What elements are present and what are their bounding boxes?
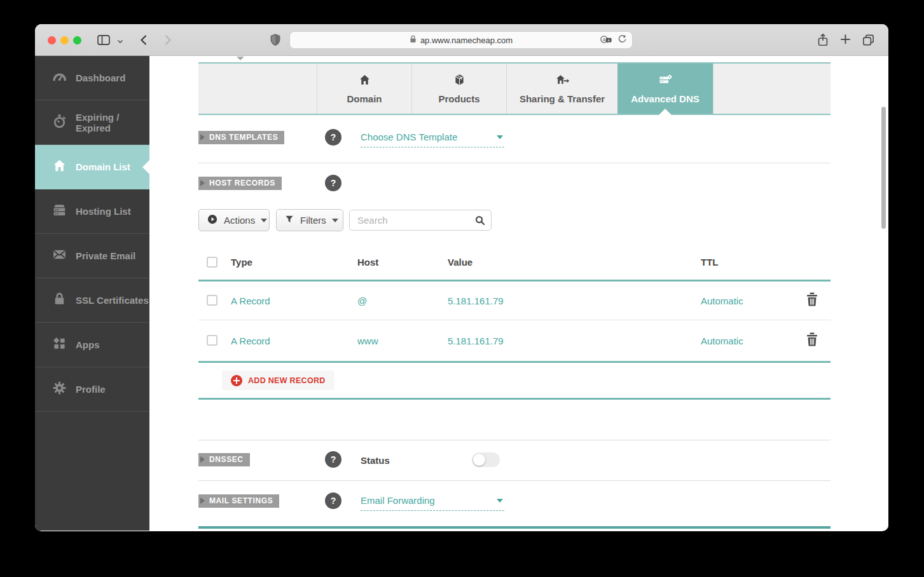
padlock-icon	[52, 291, 67, 309]
filters-button[interactable]: Filters	[276, 209, 343, 231]
select-all-checkbox[interactable]	[207, 257, 217, 268]
record-value[interactable]: 5.181.161.79	[448, 295, 504, 306]
tab-advanced-dns[interactable]: Advanced DNS	[617, 64, 713, 114]
host-records-help-button[interactable]: ?	[325, 175, 341, 191]
sidebar-item-label: Profile	[76, 384, 106, 395]
sidebar-toggle-icon[interactable]	[96, 32, 111, 50]
section-divider	[198, 440, 831, 440]
gear-icon	[52, 380, 67, 398]
table-row: A Record @ 5.181.161.79 Automatic	[198, 282, 831, 320]
mail-settings-badge: MAIL SETTINGS	[198, 494, 279, 508]
filters-label: Filters	[300, 215, 326, 226]
dnssec-toggle[interactable]	[472, 452, 500, 467]
page-content: Domain Products Sharing & Transfer Advan…	[149, 56, 888, 531]
sidebar-item-domain-list[interactable]: Domain List	[35, 145, 149, 189]
minimize-window-button[interactable]	[60, 36, 69, 44]
caret-down-icon	[497, 499, 503, 503]
reload-icon[interactable]	[617, 34, 627, 46]
zoom-window-button[interactable]	[73, 36, 81, 44]
sidebar-item-label: Private Email	[76, 250, 135, 261]
row-checkbox[interactable]	[207, 295, 217, 306]
sidebar-item-dashboard[interactable]: Dashboard	[35, 56, 149, 100]
tab-sharing-transfer[interactable]: Sharing & Transfer	[506, 64, 617, 114]
column-header-host: Host	[357, 257, 378, 268]
record-host[interactable]: @	[357, 295, 367, 306]
address-bar[interactable]: ap.www.namecheap.com Aa	[289, 31, 633, 49]
column-header-ttl: TTL	[701, 257, 719, 268]
tab-domain[interactable]: Domain	[317, 64, 411, 114]
translate-icon[interactable]: Aa	[600, 35, 612, 46]
toggle-knob	[473, 454, 485, 466]
page-bottom-line	[198, 526, 831, 529]
sidebar-item-label: Hosting List	[76, 206, 131, 217]
host-records-bottom-line	[198, 398, 831, 400]
svg-text:A: A	[602, 36, 605, 42]
package-icon	[453, 73, 466, 89]
actions-button[interactable]: Actions	[198, 209, 270, 231]
back-icon[interactable]	[137, 32, 152, 50]
sidebar-item-hosting-list[interactable]: Hosting List	[35, 189, 149, 234]
record-ttl[interactable]: Automatic	[701, 336, 743, 346]
sidebar-item-label: SSL Certificates	[76, 295, 149, 306]
caret-down-icon	[332, 219, 338, 222]
browser-toolbar: ap.www.namecheap.com Aa +	[35, 24, 888, 56]
search-icon[interactable]	[474, 215, 486, 226]
play-circle-icon	[207, 214, 218, 227]
mail-settings-help-button[interactable]: ?	[325, 492, 341, 509]
envelope-icon	[52, 247, 67, 265]
record-ttl[interactable]: Automatic	[701, 295, 743, 306]
tabbar-spacer	[713, 64, 831, 114]
section-divider	[198, 163, 831, 163]
mail-settings-dropdown[interactable]: Email Forwarding	[361, 495, 504, 511]
record-host[interactable]: www	[357, 336, 378, 346]
scrollbar-thumb[interactable]	[881, 107, 886, 229]
tab-products[interactable]: Products	[411, 64, 506, 114]
trash-icon[interactable]	[806, 332, 818, 350]
dnssec-help-button[interactable]: ?	[325, 451, 341, 468]
dns-templates-help-button[interactable]: ?	[325, 129, 341, 146]
host-records-badge: HOST RECORDS	[198, 177, 282, 190]
sidebar-item-expiring-expired[interactable]: Expiring / Expired	[35, 100, 149, 145]
server-gear-icon	[658, 73, 673, 89]
tab-label: Advanced DNS	[631, 93, 700, 104]
apps-grid-icon	[52, 336, 67, 354]
shield-icon[interactable]	[269, 32, 282, 50]
svg-text:a: a	[608, 37, 610, 41]
dns-templates-badge: DNS TEMPLATES	[198, 131, 284, 144]
sidebar-item-ssl-certificates[interactable]: SSL Certificates	[35, 278, 149, 323]
record-type: A Record	[231, 336, 270, 346]
browser-window: ap.www.namecheap.com Aa + Dashboard	[35, 24, 888, 531]
sidebar-item-profile[interactable]: Profile	[35, 367, 149, 412]
tab-label: Domain	[347, 93, 382, 104]
dashboard-gauge-icon	[52, 69, 67, 87]
dns-template-dropdown[interactable]: Choose DNS Template	[361, 132, 504, 147]
sidebar-item-apps[interactable]: Apps	[35, 323, 149, 367]
row-checkbox[interactable]	[207, 335, 217, 346]
home-icon	[52, 158, 67, 176]
chevron-down-icon[interactable]	[116, 36, 124, 48]
tab-overview-icon[interactable]	[861, 32, 876, 50]
tab-label: Products	[438, 93, 479, 104]
tabbar-spacer	[198, 64, 317, 114]
sidebar-item-private-email[interactable]: Private Email	[35, 234, 149, 278]
domain-tabbar: Domain Products Sharing & Transfer Advan…	[198, 62, 831, 115]
record-value[interactable]: 5.181.161.79	[448, 336, 504, 346]
home-icon	[358, 73, 371, 89]
share-icon[interactable]	[816, 32, 830, 50]
sidebar-item-label: Expiring / Expired	[76, 112, 149, 133]
caret-down-icon	[261, 219, 267, 222]
dnssec-status-label: Status	[361, 455, 390, 466]
sidebar-item-label: Apps	[76, 339, 100, 350]
sidebar-item-label: Domain List	[76, 161, 130, 172]
dnssec-badge: DNSSEC	[198, 453, 250, 466]
column-header-type: Type	[231, 257, 252, 268]
new-tab-plus-icon[interactable]: +	[839, 32, 852, 45]
lock-icon	[410, 34, 417, 46]
close-window-button[interactable]	[48, 36, 56, 44]
column-header-value: Value	[448, 257, 472, 268]
trash-icon[interactable]	[806, 292, 818, 309]
forward-icon[interactable]	[160, 32, 175, 50]
search-input[interactable]	[350, 210, 491, 230]
add-new-record-button[interactable]: ADD NEW RECORD	[222, 370, 334, 390]
plus-circle-icon	[231, 375, 242, 386]
